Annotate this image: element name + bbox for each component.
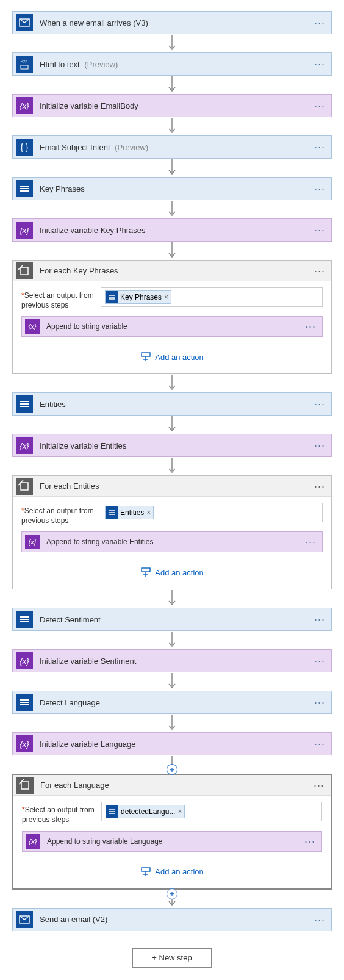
more-icon[interactable]: ··· bbox=[314, 398, 325, 409]
key-phrases-step[interactable]: Key Phrases ··· bbox=[12, 177, 332, 200]
loop-icon bbox=[16, 478, 33, 495]
html-to-text-step[interactable]: </> Html to text (Preview) ··· bbox=[12, 52, 332, 76]
more-icon[interactable]: ··· bbox=[314, 655, 325, 666]
more-icon[interactable]: ··· bbox=[304, 836, 315, 847]
step-label: Initialize variable Entities bbox=[40, 441, 331, 450]
variable-icon: {x} bbox=[16, 222, 33, 239]
field-label: *Select an output from previous steps bbox=[22, 802, 101, 824]
init-var-language-step[interactable]: {x} Initialize variable Language ··· bbox=[12, 732, 332, 755]
more-icon[interactable]: ··· bbox=[314, 481, 325, 492]
output-field[interactable]: Entities × bbox=[101, 503, 323, 522]
more-icon[interactable]: ··· bbox=[314, 59, 325, 70]
step-label: For each Key Phrases bbox=[40, 266, 331, 275]
step-label: Entities bbox=[40, 400, 331, 409]
more-icon[interactable]: ··· bbox=[314, 17, 325, 28]
step-label: Append to string variable Entities bbox=[46, 538, 322, 546]
token-key-phrases[interactable]: Key Phrases × bbox=[105, 290, 171, 304]
new-step-button[interactable]: + New step bbox=[132, 948, 212, 968]
more-icon[interactable]: ··· bbox=[314, 225, 325, 236]
for-each-header[interactable]: For each Key Phrases ··· bbox=[13, 261, 331, 281]
detect-language-step[interactable]: Detect Language ··· bbox=[12, 691, 332, 714]
token-remove[interactable]: × bbox=[177, 807, 182, 816]
more-icon[interactable]: ··· bbox=[314, 780, 324, 791]
svg-rect-21 bbox=[16, 262, 33, 279]
insert-step-button[interactable]: + bbox=[167, 888, 177, 899]
flow-arrow bbox=[12, 159, 332, 177]
init-var-sentiment-step[interactable]: {x} Initialize variable Sentiment ··· bbox=[12, 649, 332, 672]
variable-icon: {x} bbox=[25, 535, 40, 549]
lines-icon bbox=[106, 506, 118, 519]
svg-rect-41 bbox=[16, 478, 33, 495]
entities-step[interactable]: Entities ··· bbox=[12, 392, 332, 416]
token-detected-language[interactable]: detectedLangu... × bbox=[106, 805, 185, 818]
variable-icon: {x} bbox=[16, 437, 33, 454]
variable-icon: {x} bbox=[25, 319, 40, 334]
svg-text:{x}: {x} bbox=[29, 323, 37, 330]
for-each-key-phrases-container[interactable]: For each Key Phrases ··· *Select an outp… bbox=[12, 260, 332, 374]
lines-icon bbox=[16, 611, 33, 628]
more-icon[interactable]: ··· bbox=[314, 738, 325, 749]
flow-arrow bbox=[12, 631, 332, 649]
init-var-key-phrases-step[interactable]: {x} Initialize variable Key Phrases ··· bbox=[12, 218, 332, 242]
trigger-step[interactable]: When a new email arrives (V3) ··· bbox=[12, 11, 332, 34]
svg-rect-3 bbox=[16, 56, 33, 73]
token-remove[interactable]: × bbox=[164, 293, 168, 301]
init-var-entities-step[interactable]: {x} Initialize variable Entities ··· bbox=[12, 434, 332, 457]
step-label: Append to string variable Language bbox=[47, 837, 321, 846]
step-label: Email Subject Intent (Preview) bbox=[40, 143, 331, 152]
outlook-icon bbox=[16, 911, 33, 928]
flow-arrow: + bbox=[12, 755, 332, 774]
more-icon[interactable]: ··· bbox=[305, 536, 316, 547]
more-icon[interactable]: ··· bbox=[314, 142, 325, 153]
more-icon[interactable]: ··· bbox=[314, 440, 325, 451]
step-label: Append to string variable bbox=[46, 322, 322, 331]
step-label: Key Phrases bbox=[40, 184, 331, 193]
output-field[interactable]: Key Phrases × bbox=[101, 287, 323, 307]
more-icon[interactable]: ··· bbox=[314, 914, 325, 925]
svg-rect-49 bbox=[142, 568, 150, 572]
step-label: For each Language bbox=[40, 780, 331, 790]
svg-text:{ }: { } bbox=[20, 142, 29, 152]
field-label: *Select an output from previous steps bbox=[21, 287, 101, 310]
token-remove[interactable]: × bbox=[146, 508, 151, 517]
more-icon[interactable]: ··· bbox=[305, 321, 316, 332]
append-string-step[interactable]: {x} Append to string variable ··· bbox=[21, 316, 323, 337]
for-each-entities-container[interactable]: For each Entities ··· *Select an output … bbox=[12, 475, 332, 589]
braces-icon: { } bbox=[16, 139, 33, 156]
output-field[interactable]: detectedLangu... × bbox=[101, 802, 322, 821]
lines-icon bbox=[16, 694, 33, 711]
flow-arrow bbox=[12, 200, 332, 218]
add-action-button[interactable]: Add an action bbox=[21, 340, 323, 371]
more-icon[interactable]: ··· bbox=[314, 183, 325, 194]
flow-arrow bbox=[12, 76, 332, 94]
step-label: Detect Language bbox=[40, 698, 331, 707]
send-email-step[interactable]: Send an email (V2) ··· bbox=[12, 908, 332, 931]
step-label: When a new email arrives (V3) bbox=[40, 18, 331, 27]
flow-arrow bbox=[12, 374, 332, 392]
for-each-language-container[interactable]: For each Language ··· *Select an output … bbox=[12, 774, 332, 889]
append-string-language-step[interactable]: {x} Append to string variable Language ·… bbox=[22, 831, 322, 852]
svg-text:{x}: {x} bbox=[20, 226, 29, 235]
more-icon[interactable]: ··· bbox=[314, 614, 325, 625]
email-subject-intent-step[interactable]: { } Email Subject Intent (Preview) ··· bbox=[12, 135, 332, 159]
init-var-emailbody-step[interactable]: {x} Initialize variable EmailBody ··· bbox=[12, 94, 332, 117]
token-entities[interactable]: Entities × bbox=[105, 506, 154, 519]
insert-step-button[interactable]: + bbox=[167, 764, 177, 775]
more-icon[interactable]: ··· bbox=[314, 697, 325, 708]
field-label: *Select an output from previous steps bbox=[21, 503, 101, 525]
svg-rect-69 bbox=[16, 777, 34, 794]
for-each-header[interactable]: For each Entities ··· bbox=[13, 476, 331, 497]
svg-text:</>: </> bbox=[21, 59, 27, 63]
add-action-button[interactable]: Add an action bbox=[21, 556, 323, 586]
append-string-entities-step[interactable]: {x} Append to string variable Entities ·… bbox=[21, 531, 323, 552]
add-action-button[interactable]: Add an action bbox=[22, 856, 322, 886]
more-icon[interactable]: ··· bbox=[314, 100, 325, 111]
for-each-header[interactable]: For each Language ··· bbox=[13, 775, 331, 796]
loop-icon bbox=[16, 262, 33, 279]
flow-arrow bbox=[12, 416, 332, 434]
detect-sentiment-step[interactable]: Detect Sentiment ··· bbox=[12, 608, 332, 631]
lines-icon bbox=[16, 395, 33, 413]
more-icon[interactable]: ··· bbox=[314, 265, 325, 276]
svg-text:{x}: {x} bbox=[29, 538, 37, 546]
variable-icon: {x} bbox=[16, 97, 33, 114]
